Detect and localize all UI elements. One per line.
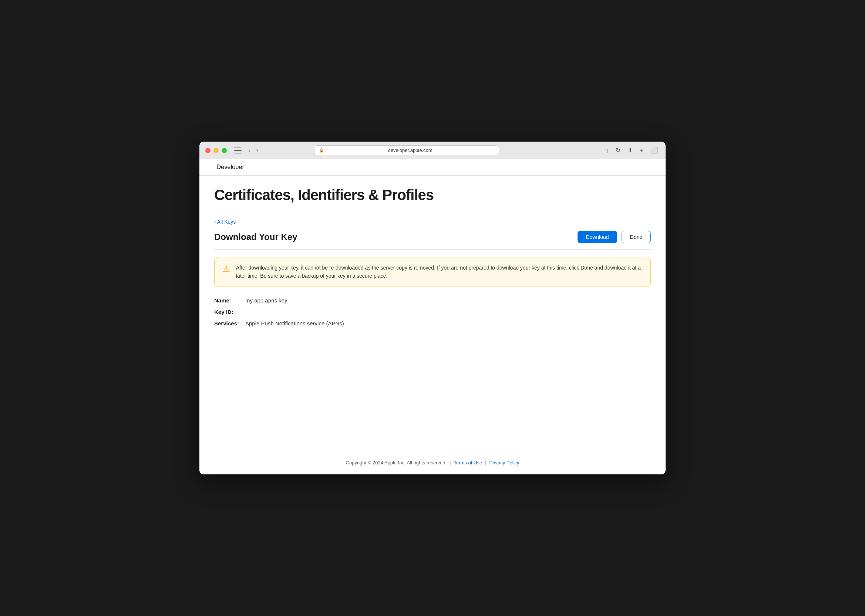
name-value: my app apns key: [245, 297, 287, 303]
warning-text: After downloading your key, it cannot be…: [236, 264, 642, 280]
sidebar-toggle-icon[interactable]: [234, 148, 242, 154]
url-text: developer.apple.com: [326, 148, 494, 153]
services-label: Services:: [214, 320, 244, 327]
main-content: Certificates, Identifiers & Profiles ‹ A…: [199, 176, 666, 451]
new-tab-button[interactable]: +: [638, 146, 645, 155]
page-title: Certificates, Identifiers & Profiles: [214, 187, 651, 203]
browser-toolbar: ‹ › 🔒 developer.apple.com ⬚ ↻ ⬆ + ⬜: [205, 145, 660, 159]
browser-actions: ⬚ ↻ ⬆ + ⬜: [602, 145, 660, 155]
developer-nav-label: Developer: [216, 163, 244, 171]
copyright-text: Copyright © 2024 Apple Inc. All rights r…: [346, 460, 447, 465]
name-row: Name: my app apns key: [214, 297, 651, 303]
page-title-section: Certificates, Identifiers & Profiles: [214, 176, 651, 211]
browser-window: ‹ › 🔒 developer.apple.com ⬚ ↻ ⬆ + ⬜: [199, 141, 666, 475]
name-label: Name:: [214, 297, 244, 303]
services-row: Services: Apple Push Notifications servi…: [214, 320, 651, 327]
download-button[interactable]: Download: [578, 231, 617, 243]
close-button[interactable]: [205, 148, 211, 153]
warning-icon: ⚠: [223, 264, 230, 274]
key-details: Name: my app apns key Key ID: Services: …: [214, 297, 651, 327]
footer-divider: |: [449, 460, 451, 465]
minimize-button[interactable]: [213, 148, 219, 153]
page-footer: Copyright © 2024 Apple Inc. All rights r…: [199, 451, 666, 475]
back-nav-button[interactable]: ‹: [246, 146, 252, 155]
done-button[interactable]: Done: [622, 231, 651, 243]
section-title: Download Your Key: [214, 232, 297, 242]
warning-banner: ⚠ After downloading your key, it cannot …: [214, 257, 651, 287]
nav-buttons: ‹ ›: [246, 146, 260, 155]
address-bar[interactable]: 🔒 developer.apple.com: [314, 145, 499, 155]
translate-icon: ⬚: [603, 148, 608, 154]
translate-button[interactable]: ⬚: [602, 146, 610, 155]
lock-icon: 🔒: [319, 148, 324, 153]
content-section: ‹ All Keys Download Your Key Download Do…: [214, 211, 651, 334]
section-header: Download Your Key Download Done: [214, 231, 651, 250]
services-value: Apple Push Notifications service (APNs): [245, 320, 344, 327]
terms-of-use-link[interactable]: Terms of Use: [454, 460, 482, 465]
browser-chrome: ‹ › 🔒 developer.apple.com ⬚ ↻ ⬆ + ⬜: [199, 141, 666, 159]
back-link[interactable]: ‹ All Keys: [214, 219, 236, 225]
privacy-policy-link[interactable]: Privacy Policy: [490, 460, 520, 465]
apple-developer-logo: Developer: [214, 163, 244, 171]
page-content: Developer Certificates, Identifiers & Pr…: [199, 159, 666, 475]
key-id-row: Key ID:: [214, 309, 651, 315]
tabs-button[interactable]: ⬜: [649, 145, 660, 155]
forward-nav-button[interactable]: ›: [254, 146, 260, 155]
footer-divider-2: |: [485, 460, 486, 465]
share-button[interactable]: ⬆: [626, 145, 634, 155]
maximize-button[interactable]: [222, 148, 227, 153]
reload-button[interactable]: ↻: [614, 145, 622, 155]
key-id-label: Key ID:: [214, 309, 244, 315]
traffic-lights: [205, 148, 227, 153]
top-nav: Developer: [199, 159, 666, 176]
button-group: Download Done: [578, 231, 651, 243]
